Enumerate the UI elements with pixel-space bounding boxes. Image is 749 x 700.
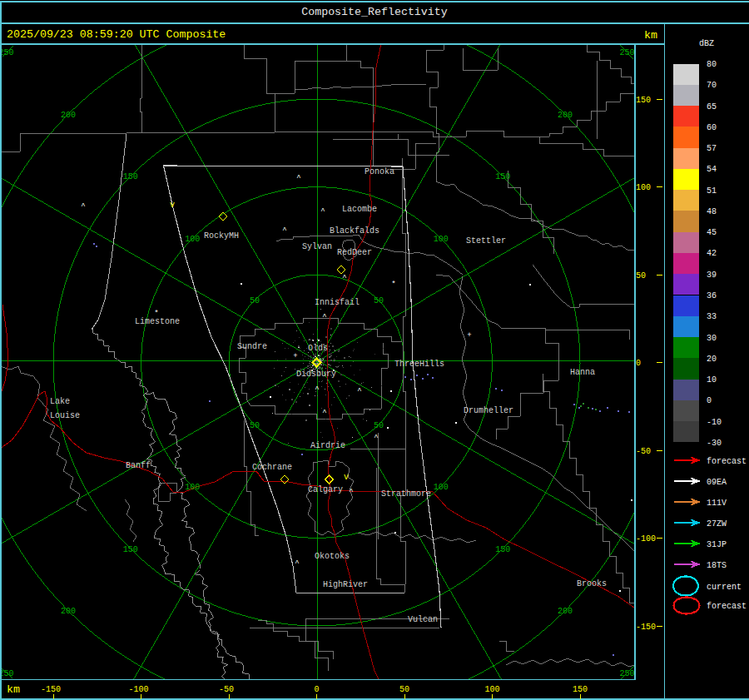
svg-text:ThreeHills: ThreeHills (394, 360, 444, 369)
svg-text:Banff: Banff (126, 461, 151, 470)
svg-text:+: + (293, 352, 297, 360)
svg-text:Olds: Olds (308, 344, 328, 353)
svg-text:Stettler: Stettler (466, 236, 506, 246)
svg-text:100: 100 (636, 183, 651, 192)
svg-text:100: 100 (434, 483, 449, 492)
svg-text:v: v (344, 473, 349, 482)
svg-text:50: 50 (399, 685, 409, 694)
svg-text:Vulcan: Vulcan (408, 615, 438, 624)
svg-text:150: 150 (495, 172, 510, 181)
svg-text:150: 150 (495, 545, 510, 554)
svg-text:0: 0 (314, 685, 319, 694)
svg-text:forecast: forecast (707, 602, 747, 611)
svg-text:RedDeer: RedDeer (337, 248, 372, 257)
svg-text:111V: 111V (707, 499, 727, 508)
svg-text:Drumheller: Drumheller (464, 406, 513, 415)
svg-text:150: 150 (636, 96, 651, 105)
svg-text:10: 10 (707, 375, 717, 385)
svg-text:54: 54 (707, 165, 717, 174)
svg-text:100: 100 (185, 235, 200, 244)
svg-text:RockyMH: RockyMH (204, 231, 239, 241)
svg-text:dBZ: dBZ (699, 39, 714, 48)
svg-text:Strathmore: Strathmore (381, 489, 431, 499)
svg-text:Blackfalds: Blackfalds (330, 226, 379, 236)
svg-text:Didsbury: Didsbury (296, 370, 336, 379)
svg-text:^: ^ (322, 313, 326, 321)
svg-text:48: 48 (707, 207, 717, 216)
svg-text:57: 57 (707, 144, 717, 153)
svg-text:100: 100 (484, 685, 499, 694)
svg-text:Sylvan: Sylvan (302, 242, 332, 251)
svg-text:39: 39 (707, 271, 717, 280)
svg-text:09EA: 09EA (707, 478, 727, 487)
svg-text:^: ^ (315, 385, 319, 394)
svg-text:Sundre: Sundre (237, 342, 267, 351)
svg-text:-50: -50 (219, 685, 234, 694)
svg-text:50: 50 (636, 271, 646, 280)
svg-text:200: 200 (61, 607, 76, 616)
svg-text:Brooks: Brooks (577, 579, 607, 588)
svg-text:Hanna: Hanna (570, 368, 595, 377)
svg-text:v: v (170, 201, 175, 210)
svg-text:Calgary: Calgary (308, 485, 343, 494)
svg-text:+: + (467, 331, 471, 340)
svg-text:^: ^ (357, 387, 361, 395)
svg-text:36: 36 (707, 291, 717, 300)
svg-text:-50: -50 (636, 447, 651, 456)
svg-text:2025/09/23 08:59:20 UTC Compos: 2025/09/23 08:59:20 UTC Composite (7, 28, 226, 41)
svg-text:33: 33 (707, 312, 717, 321)
svg-text:Composite_Reflectivity: Composite_Reflectivity (301, 6, 448, 18)
svg-text:70: 70 (707, 81, 717, 90)
svg-text:27ZW: 27ZW (707, 519, 727, 529)
svg-text:Airdrie: Airdrie (310, 441, 345, 450)
svg-text:250: 250 (619, 669, 634, 678)
svg-text:30: 30 (707, 334, 717, 343)
svg-text:42: 42 (707, 249, 717, 258)
svg-text:0: 0 (636, 359, 641, 368)
svg-text:Lake: Lake (50, 397, 70, 406)
svg-text:200: 200 (61, 111, 76, 120)
svg-text:150: 150 (123, 172, 138, 181)
svg-text:Lacombe: Lacombe (342, 205, 377, 214)
svg-text:-100: -100 (636, 534, 656, 544)
svg-text:51: 51 (707, 186, 717, 196)
svg-text:^: ^ (342, 274, 346, 282)
svg-text:km: km (7, 683, 20, 696)
svg-text:250: 250 (0, 48, 14, 57)
svg-text:65: 65 (707, 102, 717, 112)
svg-text:-150: -150 (41, 685, 61, 694)
svg-text:HighRiver: HighRiver (323, 580, 368, 589)
svg-text:current: current (707, 583, 742, 592)
svg-text:18TS: 18TS (707, 561, 727, 570)
svg-text:^: ^ (349, 488, 353, 496)
svg-text:50: 50 (374, 421, 384, 430)
svg-text:45: 45 (707, 228, 717, 237)
svg-text:forecast: forecast (707, 457, 747, 466)
svg-text:50: 50 (250, 296, 260, 305)
svg-text:200: 200 (558, 111, 573, 120)
svg-text:-100: -100 (128, 685, 148, 694)
svg-text:Limestone: Limestone (135, 317, 180, 326)
svg-text:Innisfail: Innisfail (315, 298, 360, 307)
svg-text:Ponoka: Ponoka (365, 167, 394, 176)
svg-text:150: 150 (573, 685, 588, 694)
svg-text:200: 200 (558, 607, 573, 616)
svg-text:250: 250 (619, 48, 634, 57)
svg-text:^: ^ (81, 202, 85, 211)
svg-text:*: * (154, 310, 158, 318)
svg-text:^: ^ (282, 226, 286, 235)
svg-text:100: 100 (434, 235, 449, 244)
svg-text:250: 250 (0, 669, 14, 678)
svg-text:km: km (644, 29, 657, 42)
svg-text:50: 50 (250, 421, 260, 430)
svg-text:*: * (391, 280, 395, 289)
svg-text:80: 80 (707, 60, 717, 69)
svg-text:50: 50 (374, 296, 384, 305)
svg-text:Cochrane: Cochrane (252, 463, 292, 472)
svg-text:31JP: 31JP (707, 540, 727, 549)
svg-text:100: 100 (185, 483, 200, 492)
svg-text:20: 20 (707, 355, 717, 364)
svg-text:-10: -10 (707, 418, 722, 427)
svg-text:60: 60 (707, 123, 717, 132)
svg-text:^: ^ (320, 207, 325, 216)
